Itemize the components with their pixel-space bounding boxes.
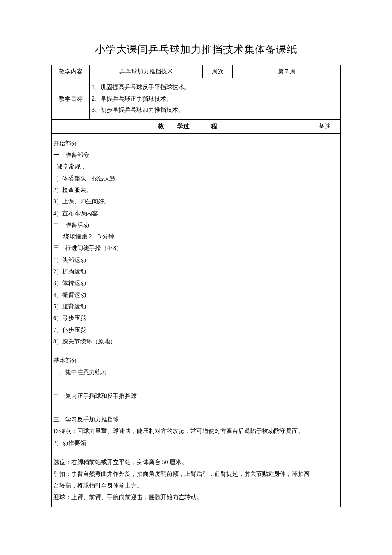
row-teaching-content: 教学内容 乒乓球加力推挡技术 周次 第 7 周 bbox=[52, 65, 341, 78]
body-line: 迎球：上臂、前臂、手腕向前迎击，腰髋开始向左转动。 bbox=[53, 491, 313, 503]
body-line: 选位：右脚稍前站或开立平站，身体离台 50 厘米。 bbox=[53, 456, 313, 468]
value-teaching-goals: 1、巩固提高乒乓球反手平挡球技术。 2、掌握乒乓球正手挡球技术。 3、初步掌握乒… bbox=[90, 78, 341, 120]
body-line: 3）上课、师生问好。 bbox=[53, 196, 313, 207]
header-xueguo: 学过 bbox=[164, 122, 190, 131]
body-line: 引拍：手臂自然弯曲并作外旋，拍面角度稍前倾，上臂后引，前臂提起，肘关节贴近身体，… bbox=[53, 468, 313, 491]
body-line: 二、准备活动 bbox=[53, 219, 313, 231]
body-line: 课堂常规： bbox=[53, 161, 313, 172]
label-teaching-goals: 教学目标 bbox=[52, 78, 90, 120]
header-remark: 备注 bbox=[315, 119, 341, 133]
body-line: 8）膝关节绕环（原地） bbox=[53, 336, 313, 347]
body-line: 一、准备部分 bbox=[53, 149, 313, 161]
body-line: D 特点：回球力量重、球速快，能压制对方的攻势，常可迫使对方离台后退陷于被动防守… bbox=[53, 425, 313, 437]
body-line: 4）振臂运动 bbox=[53, 289, 313, 301]
body-line: 4）宣布本课内容 bbox=[53, 208, 313, 219]
body-line: 三、行进间徒手操（4×8） bbox=[53, 242, 313, 254]
header-jiao: 教 bbox=[138, 122, 164, 131]
goal-1: 1、巩固提高乒乓球反手平挡球技术。 bbox=[92, 82, 339, 93]
body-line: 三、学习反手加力推挡球 bbox=[53, 414, 313, 425]
goal-2: 2、掌握乒乓球正手挡球技术。 bbox=[92, 93, 339, 105]
body-line: 3）体转运动 bbox=[53, 277, 313, 289]
body-line: 6）弓步压腿 bbox=[53, 312, 313, 324]
process-header-cell: 教 学过 程 bbox=[52, 119, 315, 133]
body-line: 2）扩胸运动 bbox=[53, 266, 313, 277]
goal-3: 3、初步掌握乒乓球加力推挡技术。 bbox=[92, 105, 339, 116]
body-line: 1）体委整队，报告人数. bbox=[53, 173, 313, 184]
body-line: 基本部分 bbox=[53, 355, 313, 366]
body-line: 一、集中注意力练习 bbox=[53, 366, 313, 378]
lesson-table: 教学内容 乒乓球加力推挡技术 周次 第 7 周 教学目标 1、巩固提高乒乓球反手… bbox=[51, 65, 341, 507]
row-teaching-goals: 教学目标 1、巩固提高乒乓球反手平挡球技术。 2、掌握乒乓球正手挡球技术。 3、… bbox=[52, 78, 341, 120]
header-cheng: 程 bbox=[211, 122, 254, 131]
body-line: 开始部分 bbox=[53, 138, 313, 149]
body-line: 2）检查服装。 bbox=[53, 184, 313, 196]
body-line: 2）动作要领： bbox=[53, 437, 313, 449]
body-line: 二、复习正手挡球和反手推挡球 bbox=[53, 390, 313, 402]
row-process-header: 教 学过 程 备注 bbox=[52, 119, 341, 133]
page-title: 小学大课间乒乓球加力推挡技术集体备课纸 bbox=[51, 43, 341, 56]
body-line: 1）头部运动 bbox=[53, 254, 313, 266]
body-line: 7）仆步压腿 bbox=[53, 324, 313, 336]
value-week: 第 7 周 bbox=[233, 65, 341, 78]
process-body-cell: 开始部分 一、准备部分 课堂常规： 1）体委整队，报告人数. 2）检查服装。 3… bbox=[52, 133, 315, 507]
value-teaching-content: 乒乓球加力推挡技术 bbox=[90, 65, 203, 78]
label-week: 周次 bbox=[203, 65, 233, 78]
row-process-body: 开始部分 一、准备部分 课堂常规： 1）体委整队，报告人数. 2）检查服装。 3… bbox=[52, 133, 341, 507]
body-line: 绕场慢跑 2—3 分钟 bbox=[53, 231, 313, 242]
label-teaching-content: 教学内容 bbox=[52, 65, 90, 78]
remark-body-cell bbox=[315, 133, 341, 507]
body-line: 5）腹背运动 bbox=[53, 301, 313, 312]
